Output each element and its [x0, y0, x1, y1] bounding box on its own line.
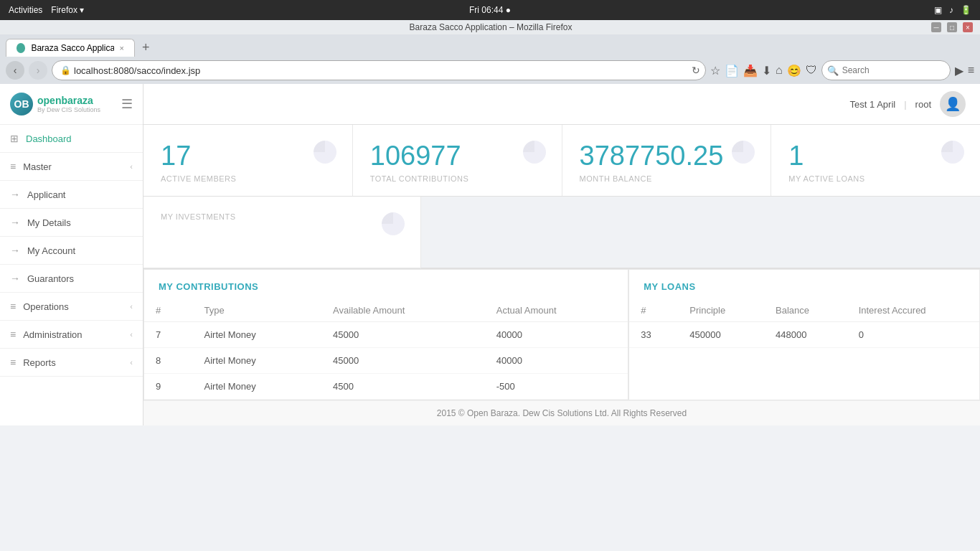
sidebar-item-dashboard[interactable]: ⊞ Dashboard: [0, 125, 143, 153]
shield-icon[interactable]: 🛡: [806, 64, 817, 77]
sidebar-item-guarantors[interactable]: → Guarantors: [0, 265, 143, 293]
sidebar-label-guarantors: Guarantors: [27, 273, 74, 284]
contrib-row3-actual: -500: [485, 374, 628, 400]
sidebar-item-my-account[interactable]: → My Account: [0, 237, 143, 265]
sidebar: OB openbaraza By Dew CIS Solutions ☰ ⊞ D…: [0, 84, 143, 425]
hamburger-button[interactable]: ☰: [121, 96, 133, 112]
sidebar-item-operations[interactable]: ≡ Operations ‹: [0, 293, 143, 321]
browser-search-input[interactable]: [821, 60, 951, 80]
stat-card-active-loans: 1 MY ACTIVE LOANS: [771, 125, 980, 196]
tab-bar: Baraza Sacco Applicat... × +: [0, 34, 980, 57]
sidebar-item-applicant[interactable]: → Applicant: [0, 181, 143, 209]
bookmark-star-icon[interactable]: ☆: [710, 64, 720, 77]
sidebar-label-reports: Reports: [23, 357, 56, 368]
footer-text: 2015 © Open Baraza. Dew Cis Solutions Lt…: [437, 408, 687, 418]
maximize-button[interactable]: □: [947, 22, 957, 32]
url-input[interactable]: [52, 60, 706, 80]
tab-close-button[interactable]: ×: [120, 44, 124, 52]
contrib-col-actual: Actual Amount: [485, 299, 628, 322]
contrib-row1-actual: 40000: [485, 322, 628, 348]
avatar[interactable]: 👤: [940, 91, 966, 117]
contrib-row2-actual: 40000: [485, 348, 628, 374]
loans-row1-interest: 0: [847, 322, 979, 348]
os-bar: Activities Firefox ▾ Fri 06:44 ● ▣ ♪ 🔋: [0, 0, 980, 20]
contrib-row2-available: 45000: [321, 348, 485, 374]
sidebar-item-master[interactable]: ≡ Master ‹: [0, 153, 143, 181]
minimize-button[interactable]: ─: [931, 22, 941, 32]
loans-col-principle: Principle: [678, 299, 764, 322]
youtube-icon[interactable]: ▶: [955, 64, 963, 77]
contrib-row3-type: Airtel Money: [193, 374, 322, 400]
browser-window-controls[interactable]: ─ □ ×: [931, 22, 973, 32]
month-balance-label: MONTH BALANCE: [580, 174, 754, 183]
my-details-icon: →: [10, 217, 20, 228]
battery-icon: 🔋: [961, 5, 971, 15]
contributions-table: # Type Available Amount Actual Amount 7 …: [144, 299, 628, 400]
sidebar-item-administration[interactable]: ≡ Administration ‹: [0, 321, 143, 349]
sidebar-item-my-details[interactable]: → My Details: [0, 209, 143, 237]
logo-subtext: By Dew CIS Solutions: [37, 106, 100, 113]
browser-title: Baraza Sacco Application – Mozilla Firef…: [410, 22, 573, 32]
emoji-icon[interactable]: 😊: [787, 64, 801, 77]
active-loans-number: 1: [788, 141, 963, 171]
logo: OB openbaraza By Dew CIS Solutions: [10, 93, 100, 116]
header-right: Test 1 April | root 👤: [850, 91, 966, 117]
total-contributions-number: 106977: [370, 141, 545, 171]
firefox-label[interactable]: Firefox ▾: [51, 5, 84, 15]
contrib-col-available: Available Amount: [321, 299, 485, 322]
contributions-title: MY CONTRIBUTIONS: [144, 270, 628, 299]
os-bar-left: Activities Firefox ▾: [9, 5, 84, 15]
contrib-col-num: #: [144, 299, 193, 322]
loans-row1-principle: 450000: [678, 322, 764, 348]
loans-row1-balance: 448000: [764, 322, 847, 348]
back-button[interactable]: ‹: [6, 61, 24, 80]
download-icon[interactable]: ⬇: [762, 64, 771, 77]
sidebar-label-dashboard: Dashboard: [26, 133, 72, 144]
administration-arrow-icon: ‹: [130, 330, 133, 339]
sidebar-item-reports[interactable]: ≡ Reports ‹: [0, 349, 143, 377]
total-contributions-chart-icon: [523, 141, 546, 164]
active-loans-label: MY ACTIVE LOANS: [788, 174, 963, 183]
loans-col-num: #: [629, 299, 678, 322]
search-wrapper: 🔍: [821, 60, 951, 80]
logo-text: openbaraza: [37, 95, 100, 106]
loans-col-balance: Balance: [764, 299, 847, 322]
table-row: 33 450000 448000 0: [629, 322, 979, 348]
contrib-row2-num: 8: [144, 348, 193, 374]
sidebar-logo: OB openbaraza By Dew CIS Solutions ☰: [0, 84, 143, 125]
reader-icon[interactable]: 📄: [725, 64, 739, 77]
content-area: Test 1 April | root 👤 17 ACTIVE MEMBERS: [143, 84, 980, 425]
close-button[interactable]: ×: [963, 22, 973, 32]
footer: 2015 © Open Baraza. Dew Cis Solutions Lt…: [143, 400, 980, 425]
app-header: Test 1 April | root 👤: [143, 84, 980, 125]
active-members-number: 17: [161, 141, 335, 171]
stat-card-active-members: 17 ACTIVE MEMBERS: [143, 125, 353, 196]
clock: Fri 06:44 ●: [469, 5, 511, 15]
investments-row: MY INVESTMENTS: [143, 197, 980, 269]
app-layout: OB openbaraza By Dew CIS Solutions ☰ ⊞ D…: [0, 84, 980, 425]
home-icon[interactable]: ⌂: [776, 64, 783, 77]
tab-label: Baraza Sacco Applicat...: [31, 43, 113, 53]
menu-icon[interactable]: ≡: [968, 64, 974, 77]
active-loans-chart-icon: [941, 141, 964, 164]
logo-icon: OB: [10, 93, 33, 116]
administration-icon: ≡: [10, 329, 16, 340]
reports-icon: ≡: [10, 357, 16, 368]
forward-button[interactable]: ›: [29, 61, 47, 80]
main-dashboard: 17 ACTIVE MEMBERS 106977 TOTAL CONTRIBUT…: [143, 125, 980, 400]
reload-button[interactable]: ↻: [692, 65, 700, 76]
total-contributions-label: TOTAL CONTRIBUTIONS: [370, 174, 545, 183]
activities-label[interactable]: Activities: [9, 5, 42, 15]
month-balance-number: 3787750.25: [580, 141, 754, 171]
month-balance-chart-icon: [732, 141, 755, 164]
operations-icon: ≡: [10, 301, 16, 312]
table-row: 7 Airtel Money 45000 40000: [144, 322, 628, 348]
sidebar-label-applicant: Applicant: [27, 189, 65, 200]
loans-row1-num: 33: [629, 322, 678, 348]
active-tab[interactable]: Baraza Sacco Applicat... ×: [6, 39, 135, 57]
contributions-section: MY CONTRIBUTIONS # Type Available Amount…: [143, 269, 628, 400]
new-tab-button[interactable]: +: [138, 40, 154, 55]
pocket-icon[interactable]: 📥: [743, 64, 758, 77]
lock-icon: 🔒: [60, 65, 71, 75]
bottom-tables: MY CONTRIBUTIONS # Type Available Amount…: [143, 269, 980, 400]
